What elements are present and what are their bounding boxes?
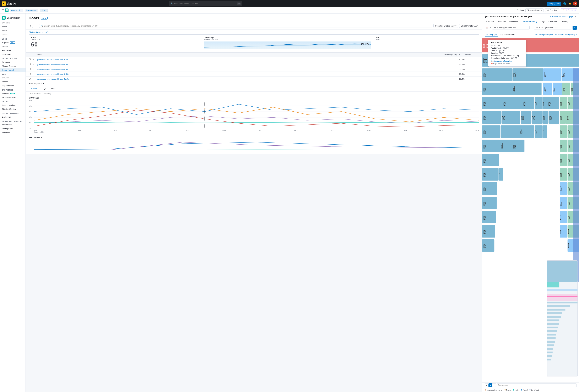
filter-icon-button[interactable]: ⚙ bbox=[29, 24, 33, 28]
global-search-bar[interactable]: 🔍 ⌘/ bbox=[169, 1, 242, 6]
apm-services-link[interactable]: APM Services bbox=[550, 16, 561, 18]
trend-icon-1: ↗ bbox=[33, 59, 37, 60]
tab-processes[interactable]: Processes bbox=[507, 19, 520, 24]
hamburger-menu-button[interactable]: ☰ bbox=[2, 9, 4, 12]
row-checkbox-5[interactable] bbox=[29, 78, 31, 80]
svg-text:node: node bbox=[520, 128, 522, 136]
feedback-link[interactable]: Give feedback about profiling ↗ bbox=[554, 34, 577, 36]
time-from-selector[interactable]: Jan 9, 2024 @ 09:23:50.654 bbox=[492, 26, 530, 29]
sidebar-item-stream[interactable]: Stream bbox=[0, 44, 25, 48]
host-name-1[interactable]: gke-release-oblt-release-oblt-pool-8150.… bbox=[37, 59, 69, 61]
search-string-input[interactable] bbox=[497, 384, 577, 387]
metric-cpu-value: 21.3% bbox=[361, 42, 370, 46]
hosts-search-bar[interactable]: 🔍 bbox=[39, 24, 432, 28]
calendar-icon-button[interactable]: 📅 bbox=[485, 26, 489, 29]
tab-logs[interactable]: Logs bbox=[539, 19, 547, 24]
legend-unsymbolized: <unsymbolized frame> bbox=[485, 389, 503, 391]
close-panel-button[interactable]: ✕ bbox=[575, 15, 577, 18]
sidebar-item-dashboard[interactable]: Dashboard bbox=[0, 115, 25, 119]
sidebar-item-uptime-monitors[interactable]: Uptime Monitors bbox=[0, 103, 25, 107]
what-are-metrics-link[interactable]: What are these metrics? ↗ bbox=[29, 31, 479, 33]
sidebar-item-tls-syn[interactable]: TLS Certificates bbox=[0, 95, 25, 99]
up-arrow-button[interactable]: ▲ bbox=[489, 383, 492, 387]
avatar[interactable]: P bbox=[573, 1, 577, 5]
legend-dot-kernel bbox=[521, 389, 522, 391]
show-more-info-link[interactable]: 🔍 Show more information bbox=[491, 60, 524, 62]
metric-card-normalized: No Avera bbox=[374, 35, 479, 51]
sidebar-item-slos[interactable]: SLOs bbox=[0, 29, 25, 33]
tab-universal-profiling[interactable]: Universal Profiling bbox=[520, 19, 539, 24]
profiling-flamegraph-link[interactable]: rsal Profiling Flamegraph bbox=[535, 34, 553, 36]
row-checkbox-1[interactable] bbox=[29, 58, 31, 60]
svg-rect-145 bbox=[547, 330, 557, 332]
tab-alerts[interactable]: Alerts bbox=[48, 86, 58, 91]
host-name-5[interactable]: gke-release-oblt-release-oblt-pool-8150.… bbox=[37, 78, 69, 80]
alerts-rules-button[interactable]: Alerts and rules ▾ bbox=[525, 8, 543, 12]
sidebar-item-traces[interactable]: Traces bbox=[0, 80, 25, 84]
tab-metrics[interactable]: Metrics bbox=[29, 86, 39, 91]
sidebar-app-title: Observability bbox=[7, 17, 20, 19]
tab-flamegraph[interactable]: Flamegraph bbox=[485, 33, 498, 37]
sidebar-item-monitors[interactable]: Monitors NEW bbox=[0, 92, 25, 95]
setup-guides-button[interactable]: Setup guides bbox=[547, 1, 561, 5]
sidebar-item-flamegraphs[interactable]: Flamegraphs bbox=[0, 127, 25, 131]
prev-arrow-button[interactable]: ‹ bbox=[485, 383, 488, 387]
ai-assistant-button[interactable]: ✨ AI Assistant bbox=[561, 8, 577, 12]
cloud-filter-value: Any bbox=[474, 25, 478, 27]
next-arrow-button[interactable]: › bbox=[492, 383, 496, 387]
svg-text:node: node bbox=[483, 227, 486, 235]
flamegraph-canvas-area[interactable]: root: Represents 100% of CPU time. libpt… bbox=[482, 38, 579, 377]
sidebar-item-stacktraces[interactable]: Stacktraces bbox=[0, 123, 25, 127]
row-checkbox-4[interactable] bbox=[29, 73, 31, 75]
sidebar-item-dependencies[interactable]: Dependencies bbox=[0, 84, 25, 88]
svg-text:noc: noc bbox=[560, 142, 562, 150]
notifications-icon-button[interactable]: 🔔 bbox=[568, 1, 572, 5]
tab-overview[interactable]: Overview bbox=[485, 19, 496, 24]
add-filter-button[interactable]: + bbox=[34, 24, 38, 28]
tab-logs[interactable]: Logs bbox=[39, 86, 48, 91]
svg-text:node: node bbox=[483, 113, 486, 121]
dropdown-arrow[interactable]: ▾ bbox=[490, 27, 491, 29]
svg-text:node: node bbox=[483, 170, 486, 178]
tab-anomalies[interactable]: Anomalies bbox=[547, 19, 559, 24]
host-name-3[interactable]: gke-release-oblt-release-oblt-pool-8150.… bbox=[37, 68, 69, 70]
time-to-selector[interactable]: Jan 9, 2024 @ 09:38:50.654 bbox=[534, 26, 571, 29]
open-as-page-link[interactable]: Open as page bbox=[562, 16, 573, 18]
sidebar-item-tls-up[interactable]: TLS Certificates bbox=[0, 107, 25, 111]
sidebar-item-functions[interactable]: Functions bbox=[0, 131, 25, 135]
host-name-2[interactable]: gke-release-oblt-release-oblt-pool-8150.… bbox=[37, 63, 69, 65]
row-checkbox-2[interactable] bbox=[29, 63, 31, 65]
sidebar-item-services[interactable]: Services bbox=[0, 76, 25, 80]
tab-metadata[interactable]: Metadata bbox=[496, 19, 507, 24]
tab-top10-functions[interactable]: Top 10 Functions bbox=[498, 33, 516, 37]
settings-link[interactable]: Settings bbox=[517, 9, 524, 11]
svg-rect-136 bbox=[547, 289, 578, 291]
sidebar-item-categories[interactable]: Categories bbox=[0, 52, 25, 56]
cpu-usage-section-title: CPU Usage bbox=[26, 96, 482, 100]
hosts-search-input[interactable] bbox=[44, 25, 431, 27]
sidebar-item-hosts[interactable]: Hosts BETA bbox=[0, 68, 25, 72]
sidebar-item-overview[interactable]: Overview bbox=[0, 21, 25, 25]
breadcrumb-hosts-link[interactable]: Hosts bbox=[40, 9, 48, 12]
sidebar-item-alerts[interactable]: Alerts bbox=[0, 25, 25, 29]
globe-icon-button[interactable]: 🌐 bbox=[563, 1, 567, 5]
sidebar-item-metrics-explorer[interactable]: Metrics Explorer bbox=[0, 64, 25, 68]
breadcrumb: Observability › Infrastructure › Hosts bbox=[10, 9, 48, 12]
breadcrumb-infrastructure-link[interactable]: Infrastructure bbox=[25, 9, 38, 12]
row-checkbox-3[interactable] bbox=[29, 68, 31, 70]
flamegraph-view-tabs: Flamegraph Top 10 Functions bbox=[485, 33, 516, 37]
svg-text:Jav: Jav bbox=[560, 199, 562, 207]
breadcrumb-observability-link[interactable]: Observability bbox=[10, 9, 23, 12]
global-search-input[interactable] bbox=[174, 2, 236, 5]
host-name-4[interactable]: gke-release-oblt-release-oblt-pool-8150.… bbox=[37, 73, 69, 75]
sidebar-item-cases[interactable]: Cases bbox=[0, 33, 25, 37]
add-data-button[interactable]: ➕ Add data bbox=[545, 8, 559, 12]
os-filter-dropdown[interactable]: Operating System Any ▾ bbox=[434, 24, 458, 28]
sidebar-item-inventory[interactable]: Inventory bbox=[0, 60, 25, 64]
refresh-button[interactable]: ↻ bbox=[573, 26, 577, 30]
sidebar-item-explorer[interactable]: Explorer BETA bbox=[0, 41, 25, 44]
cloud-filter-dropdown[interactable]: Cloud Provider Any bbox=[459, 24, 479, 28]
sidebar-item-anomalies[interactable]: Anomalies bbox=[0, 48, 25, 52]
tab-osquery[interactable]: Osquery bbox=[559, 19, 570, 24]
svg-text:noc: noc bbox=[568, 213, 570, 221]
